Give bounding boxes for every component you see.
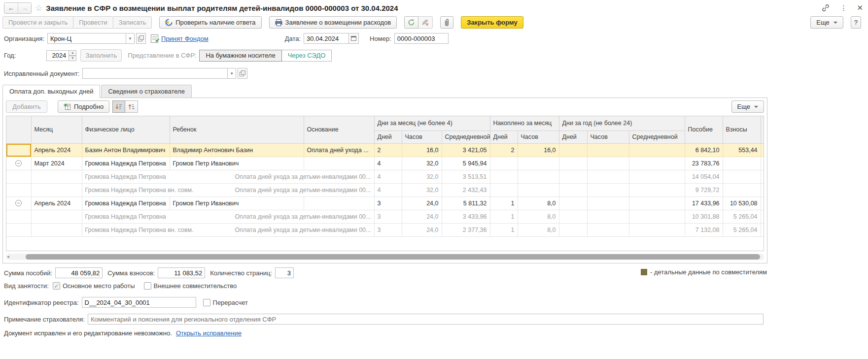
year-spinner[interactable]: ▲ ▼	[69, 50, 76, 61]
cell-month[interactable]	[31, 223, 82, 236]
cell-filler[interactable]	[761, 170, 764, 183]
cell-hours_acc[interactable]: 8,0	[518, 210, 559, 223]
spin-down-icon[interactable]: ▼	[69, 56, 76, 61]
cell-avg_y[interactable]	[629, 183, 685, 196]
table-row[interactable]: Громова Надежда Петровна вн. совм.Оплата…	[6, 223, 764, 236]
cell-days_acc[interactable]: 1	[490, 196, 518, 210]
number-input[interactable]	[394, 33, 449, 44]
table-row[interactable]: Апрель 2024Базин Антон ВладимировичВлади…	[6, 143, 764, 157]
cell-hours_acc[interactable]: 8,0	[518, 223, 559, 236]
cell-avg_m[interactable]: 2 432,43	[442, 183, 490, 196]
cell-avg_m[interactable]: 5 811,32	[442, 196, 490, 210]
cell-benefit[interactable]: 6 842,10	[685, 143, 723, 157]
cell-basis[interactable]	[304, 196, 374, 210]
main-employment-checkbox[interactable]: ✓	[53, 282, 60, 290]
cell-avg_m[interactable]: 5 945,94	[442, 157, 490, 170]
cell-avg_m[interactable]: 3 433,96	[442, 210, 490, 223]
post-button[interactable]: Провести	[73, 16, 113, 29]
cell-basis[interactable]	[304, 157, 374, 170]
horizontal-scrollbar[interactable]: ◂	[6, 254, 764, 260]
cell-benefit[interactable]: 23 783,76	[685, 157, 723, 170]
organization-input[interactable]	[47, 33, 126, 44]
table-row[interactable]: Громова Надежда ПетровнаОплата дней уход…	[6, 170, 764, 183]
column-header[interactable]: Дней	[559, 131, 587, 143]
forward-button[interactable]: →	[18, 3, 31, 13]
attachments-button[interactable]	[440, 16, 453, 29]
year-input[interactable]	[46, 50, 69, 61]
reimbursement-statement-button[interactable]: Заявление о возмещении расходов	[269, 16, 397, 29]
cell-benefit[interactable]: 9 729,72	[685, 183, 723, 196]
cell-hours_y[interactable]	[587, 223, 629, 236]
representation-paper-option[interactable]: На бумажном носителе	[199, 50, 281, 62]
table-row[interactable]: Громова Надежда Петровна вн. совм.Оплата…	[6, 183, 764, 196]
cell-avg_m[interactable]: 2 377,36	[442, 223, 490, 236]
cell-person-basis-merged[interactable]: Громова Надежда Петровна вн. совм.Оплата…	[82, 183, 374, 196]
column-header[interactable]: Месяц	[31, 116, 82, 143]
cell-days_y[interactable]	[559, 157, 587, 170]
fund-status-link[interactable]: Принят Фондом	[161, 35, 208, 42]
column-header[interactable]	[6, 116, 31, 143]
cell-hours_y[interactable]	[587, 183, 629, 196]
cell-month[interactable]	[31, 170, 82, 183]
cell-person-basis-merged[interactable]: Громова Надежда Петровна вн. совм.Оплата…	[82, 223, 374, 236]
cell-person-basis-merged[interactable]: Громова Надежда ПетровнаОплата дней уход…	[82, 170, 374, 183]
cell-hours_acc[interactable]	[518, 157, 559, 170]
cell-days_m[interactable]: 3	[374, 223, 402, 236]
column-header[interactable]: Накоплено за месяц	[490, 116, 559, 131]
cell-benefit[interactable]: 10 301,88	[685, 210, 723, 223]
table-row[interactable]: −Апрель 2024Громова Надежда ПетровнаГром…	[6, 196, 764, 210]
cell-month[interactable]: Апрель 2024	[31, 196, 82, 210]
cell-filler[interactable]	[761, 183, 764, 196]
cell-hours_m[interactable]: 24,0	[402, 223, 442, 236]
cell-hours_acc[interactable]: 8,0	[518, 196, 559, 210]
cell-avg_y[interactable]	[629, 143, 685, 157]
registry-id-input[interactable]	[82, 297, 196, 308]
column-header[interactable]: Часов	[587, 131, 629, 143]
cell-hours_y[interactable]	[587, 210, 629, 223]
more-menu-icon[interactable]: ⋮	[840, 5, 847, 10]
column-header[interactable]: Физическое лицо	[82, 116, 170, 143]
cell-filler[interactable]	[761, 143, 764, 157]
tab-insurer-info[interactable]: Сведения о страхователе	[101, 85, 191, 98]
recalc-checkbox[interactable]	[203, 299, 210, 306]
cell-hours_m[interactable]: 16,0	[402, 143, 442, 157]
cell-avg_y[interactable]	[629, 210, 685, 223]
corrected-document-input[interactable]	[82, 68, 228, 79]
benefit-sum-input[interactable]	[55, 267, 103, 278]
column-header[interactable]: Часов	[402, 131, 442, 143]
cell-month[interactable]	[31, 210, 82, 223]
cell-hours_acc[interactable]	[518, 170, 559, 183]
column-header[interactable]: Дни за год (не более 24)	[559, 116, 685, 131]
date-calendar-button[interactable]	[349, 33, 359, 44]
grid-more-button[interactable]: Еще	[731, 100, 764, 113]
cell-days_acc[interactable]: 1	[490, 223, 518, 236]
row-selector-cell[interactable]: −	[6, 157, 31, 170]
cell-hours_y[interactable]	[587, 196, 629, 210]
open-correction-link[interactable]: Открыть исправление	[176, 329, 242, 337]
column-header[interactable]: Среднедневной	[442, 131, 490, 143]
cell-month[interactable]	[31, 183, 82, 196]
save-button[interactable]: Записать	[113, 16, 152, 29]
cell-avg_y[interactable]	[629, 196, 685, 210]
spin-up-icon[interactable]: ▲	[69, 50, 76, 56]
cell-days_m[interactable]: 2	[374, 143, 402, 157]
cell-days_acc[interactable]: 2	[490, 143, 518, 157]
cell-child[interactable]: Громов Петр Иванович	[170, 157, 304, 170]
cell-hours_y[interactable]	[587, 170, 629, 183]
cell-basis[interactable]: Оплата дней ухода ...	[304, 143, 374, 157]
cell-person[interactable]: Громова Надежда Петровна	[82, 196, 170, 210]
cell-contrib[interactable]: 5 265,04	[723, 223, 761, 236]
column-header[interactable]: Часов	[518, 131, 559, 143]
cell-days_m[interactable]: 4	[374, 170, 402, 183]
row-selector-cell[interactable]	[6, 210, 31, 223]
close-window-icon[interactable]: ✕	[857, 3, 863, 12]
cell-days_m[interactable]: 4	[374, 183, 402, 196]
cell-days_y[interactable]	[559, 196, 587, 210]
insurer-note-input[interactable]	[88, 314, 764, 325]
organization-open-button[interactable]	[136, 33, 146, 44]
cell-days_y[interactable]	[559, 183, 587, 196]
representation-sedo-option[interactable]: Через СЭДО	[282, 50, 332, 62]
cell-hours_m[interactable]: 32,0	[402, 170, 442, 183]
favorite-star-icon[interactable]: ☆	[35, 3, 42, 13]
cell-person[interactable]: Громова Надежда Петровна	[82, 157, 170, 170]
